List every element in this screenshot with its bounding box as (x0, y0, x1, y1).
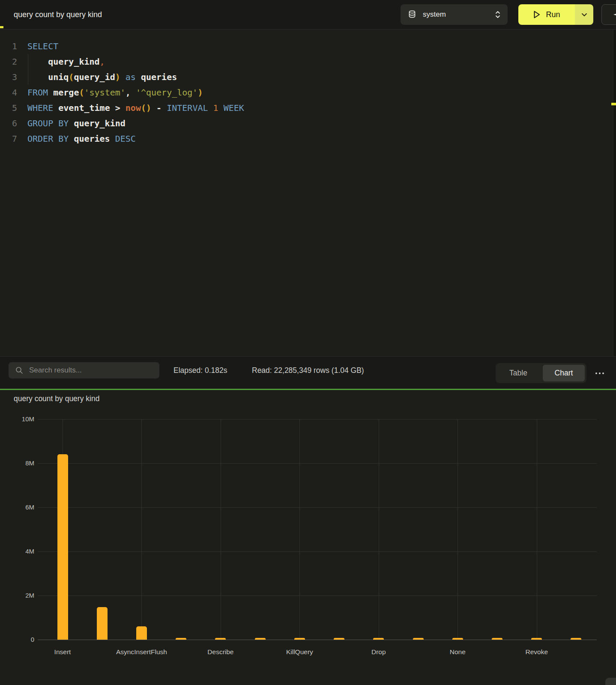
chart-view-button[interactable]: Chart (543, 365, 585, 381)
code-line-6[interactable]: 6GROUP BY query_kind (0, 116, 612, 131)
bar-unlabeled-8[interactable] (334, 638, 344, 640)
run-button-label: Run (546, 10, 560, 19)
bar-unlabeled-2[interactable] (97, 607, 108, 640)
line-number: 2 (0, 54, 17, 69)
more-options-button[interactable] (590, 363, 609, 383)
bar-chart: 02M4M6M8M10MInsertAsyncInsertFlushDescri… (0, 390, 616, 685)
database-selector[interactable]: system (401, 4, 508, 25)
run-options-button[interactable] (575, 4, 593, 25)
grid-line-vertical (379, 419, 379, 640)
y-axis-label: 10M (9, 415, 34, 423)
line-number: 5 (0, 100, 17, 116)
bar-Drop[interactable] (373, 638, 384, 640)
sql-code[interactable]: 1SELECT2 query_kind,3 uniq(query_id) as … (0, 39, 612, 146)
line-number: 4 (0, 85, 17, 100)
grid-line-horizontal (38, 507, 597, 508)
editor-scrollbar[interactable] (613, 30, 616, 356)
run-button-group: Run (518, 4, 593, 25)
code-line-2[interactable]: 2 query_kind, (0, 54, 612, 69)
play-icon (533, 10, 541, 19)
line-number: 3 (0, 69, 17, 85)
database-selector-value: system (423, 10, 495, 19)
code-line-5[interactable]: 5WHERE event_time > now() - INTERVAL 1 W… (0, 100, 612, 116)
grid-line-horizontal (38, 463, 597, 464)
chart-panel: query count by query kind 02M4M6M8M10MIn… (0, 390, 616, 685)
bar-unlabeled-12[interactable] (492, 638, 502, 640)
x-axis-label: Revoke (500, 648, 573, 656)
more-options-icon (595, 372, 604, 374)
chevron-updown-icon (495, 10, 501, 19)
code-line-3[interactable]: 3 uniq(query_id) as queries (0, 69, 612, 85)
bar-None[interactable] (452, 638, 463, 640)
run-button[interactable]: Run (518, 4, 575, 25)
y-axis-label: 0 (9, 636, 34, 643)
indent-guide (28, 54, 28, 69)
grid-line-vertical (458, 419, 458, 640)
code-line-7[interactable]: 7ORDER BY queries DESC (0, 131, 612, 146)
indent-guide (28, 69, 28, 85)
grid-line-vertical (141, 419, 142, 640)
bar-unlabeled-6[interactable] (255, 638, 266, 640)
bar-unlabeled-14[interactable] (571, 638, 581, 640)
bar-KillQuery[interactable] (294, 638, 305, 640)
grid-line-horizontal (38, 419, 597, 420)
assistant-button[interactable] (601, 4, 616, 25)
bar-Revoke[interactable] (531, 638, 542, 640)
elapsed-stat: Elapsed: 0.182s (173, 357, 227, 384)
topbar: query count by query kind system Run (0, 0, 616, 30)
code-line-1[interactable]: 1SELECT (0, 39, 612, 54)
y-axis-label: 2M (9, 592, 34, 599)
x-axis-label: None (421, 648, 494, 656)
scroll-position-marker (611, 103, 616, 105)
read-stat: Read: 22,285,349 rows (1.04 GB) (252, 357, 364, 384)
corner-widget[interactable] (605, 678, 616, 685)
sparkle-icon (613, 10, 616, 19)
y-axis-label: 6M (9, 503, 34, 511)
line-number: 7 (0, 131, 17, 146)
x-axis-label: Describe (184, 648, 257, 656)
y-axis-label: 8M (9, 459, 34, 467)
view-toggle: Table Chart (496, 363, 586, 383)
search-results-input[interactable] (28, 366, 154, 375)
x-axis-label: Insert (26, 648, 99, 656)
search-results-box[interactable] (9, 362, 159, 378)
table-view-button[interactable]: Table (497, 365, 539, 381)
search-icon (15, 366, 23, 374)
bar-unlabeled-4[interactable] (176, 638, 186, 640)
sql-editor[interactable]: 1SELECT2 query_kind,3 uniq(query_id) as … (0, 30, 616, 356)
results-toolbar: Elapsed: 0.182s Read: 22,285,349 rows (1… (0, 356, 616, 389)
grid-line-horizontal (38, 596, 597, 596)
x-axis-label: KillQuery (263, 648, 336, 656)
query-title: query count by query kind (14, 0, 102, 29)
x-axis-label: AsyncInsertFlush (105, 648, 178, 656)
bar-AsyncInsertFlush[interactable] (136, 626, 147, 640)
line-number: 6 (0, 116, 17, 131)
bar-Describe[interactable] (215, 638, 226, 640)
chevron-down-icon (581, 13, 587, 17)
grid-line-horizontal (38, 551, 597, 552)
grid-line-vertical (299, 419, 300, 640)
code-line-4[interactable]: 4FROM merge('system', '^query_log') (0, 85, 612, 100)
bar-unlabeled-10[interactable] (413, 638, 424, 640)
x-axis-label: Drop (342, 648, 415, 656)
bar-Insert[interactable] (57, 454, 68, 640)
grid-line-vertical (537, 419, 537, 640)
active-tab-marker (0, 26, 3, 28)
grid-line-vertical (221, 419, 221, 640)
y-axis-label: 4M (9, 548, 34, 555)
x-axis-line (38, 640, 597, 640)
line-number: 1 (0, 39, 17, 54)
database-icon (408, 10, 416, 19)
sql-console-window: query count by query kind system Run (0, 0, 616, 685)
